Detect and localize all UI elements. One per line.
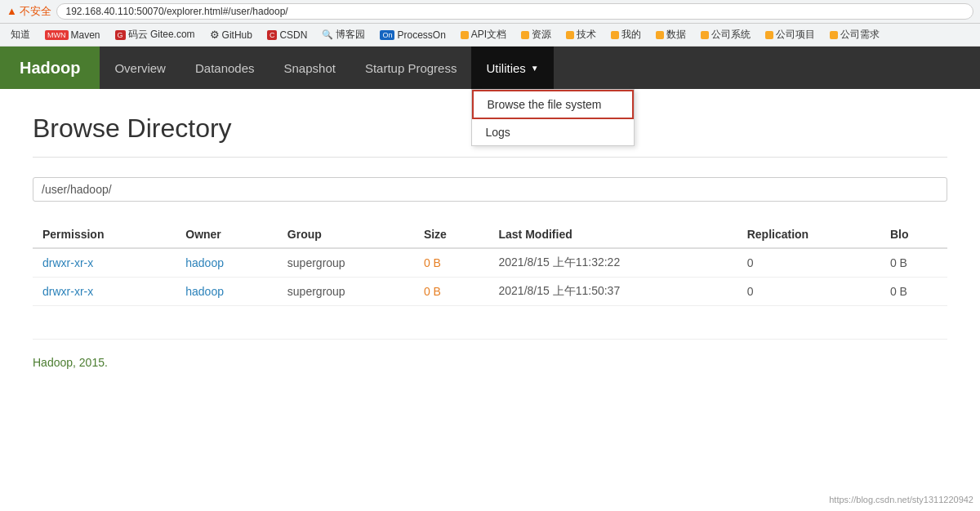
- bookmark-data[interactable]: 数据: [652, 26, 690, 43]
- warning-icon: ▲ 不安全: [7, 4, 51, 19]
- dropdown-item-logs[interactable]: Logs: [472, 119, 634, 145]
- browser-bar: ▲ 不安全 192.168.40.110:50070/explorer.html…: [0, 0, 980, 24]
- table-body: drwxr-xr-x hadoop supergroup 0 B 2021/8/…: [33, 248, 947, 306]
- bookmark-tech[interactable]: 技术: [562, 26, 600, 43]
- col-owner: Owner: [176, 221, 278, 248]
- bookmark-zhidao[interactable]: 知道: [7, 26, 34, 43]
- cell-owner-0[interactable]: hadoop: [176, 248, 278, 278]
- table-row: drwxr-xr-x hadoop supergroup 0 B 2021/8/…: [33, 248, 947, 278]
- cell-replication-0: 0: [737, 248, 880, 278]
- page-footer: Hadoop, 2015.: [33, 339, 947, 369]
- cell-group-1: supergroup: [278, 278, 414, 306]
- bookmark-maven[interactable]: MWN Maven: [41, 28, 105, 42]
- footer-text: Hadoop, 2015.: [33, 356, 108, 369]
- table-row: drwxr-xr-x hadoop supergroup 0 B 2021/8/…: [33, 278, 947, 306]
- bookmark-api[interactable]: API文档: [457, 26, 510, 43]
- cell-permission-0[interactable]: drwxr-xr-x: [33, 248, 176, 278]
- dropdown-item-browse-filesystem[interactable]: Browse the file system: [472, 90, 634, 119]
- cell-modified-1: 2021/8/15 上午11:50:37: [489, 278, 737, 306]
- cell-size-1: 0 B: [414, 278, 489, 306]
- col-last-modified: Last Modified: [489, 221, 737, 248]
- table-header-row: Permission Owner Group Size Last Modifie…: [33, 221, 947, 248]
- bookmark-company-req[interactable]: 公司需求: [826, 26, 884, 43]
- bookmark-gitee[interactable]: G 码云 Gitee.com: [111, 26, 199, 43]
- bookmark-csdn[interactable]: C CSDN: [263, 28, 312, 42]
- col-replication: Replication: [737, 221, 880, 248]
- nav-startup-progress[interactable]: Startup Progress: [350, 47, 472, 89]
- navbar-brand: Hadoop: [0, 47, 100, 89]
- path-input-wrapper: [33, 177, 947, 202]
- nav-utilities-dropdown: Utilities ▼ Browse the file system Logs: [471, 47, 553, 89]
- bookmark-processon[interactable]: On ProcessOn: [376, 28, 449, 42]
- nav-overview[interactable]: Overview: [100, 47, 180, 89]
- navbar-links: Overview Datanodes Snapshot Startup Prog…: [100, 47, 471, 89]
- col-block: Blo: [880, 221, 947, 248]
- cell-group-0: supergroup: [278, 248, 414, 278]
- url-bar[interactable]: 192.168.40.110:50070/explorer.html#/user…: [56, 3, 973, 20]
- cell-block-0: 0 B: [880, 248, 947, 278]
- col-group: Group: [278, 221, 414, 248]
- cell-permission-1[interactable]: drwxr-xr-x: [33, 278, 176, 306]
- utilities-button[interactable]: Utilities ▼: [471, 47, 553, 89]
- path-input[interactable]: [33, 177, 947, 202]
- main-navbar: Hadoop Overview Datanodes Snapshot Start…: [0, 47, 980, 89]
- col-size: Size: [414, 221, 489, 248]
- dropdown-arrow-icon: ▼: [531, 64, 539, 73]
- nav-snapshot[interactable]: Snapshot: [270, 47, 350, 89]
- bookmark-bokeyuan[interactable]: 🔍 博客园: [318, 26, 369, 43]
- bookmarks-bar: 知道 MWN Maven G 码云 Gitee.com ⚙ GitHub C C…: [0, 24, 980, 47]
- utilities-dropdown-menu: Browse the file system Logs: [471, 89, 635, 146]
- cell-replication-1: 0: [737, 278, 880, 306]
- cell-block-1: 0 B: [880, 278, 947, 306]
- cell-modified-0: 2021/8/15 上午11:32:22: [489, 248, 737, 278]
- col-permission: Permission: [33, 221, 176, 248]
- bookmark-resource[interactable]: 资源: [517, 26, 555, 43]
- table-header: Permission Owner Group Size Last Modifie…: [33, 221, 947, 248]
- cell-size-0: 0 B: [414, 248, 489, 278]
- file-table: Permission Owner Group Size Last Modifie…: [33, 221, 947, 306]
- bookmark-company-project[interactable]: 公司项目: [761, 26, 819, 43]
- bookmark-mine[interactable]: 我的: [607, 26, 645, 43]
- cell-owner-1[interactable]: hadoop: [176, 278, 278, 306]
- bookmark-company-system[interactable]: 公司系统: [697, 26, 755, 43]
- bookmark-github[interactable]: ⚙ GitHub: [206, 27, 256, 42]
- nav-datanodes[interactable]: Datanodes: [180, 47, 270, 89]
